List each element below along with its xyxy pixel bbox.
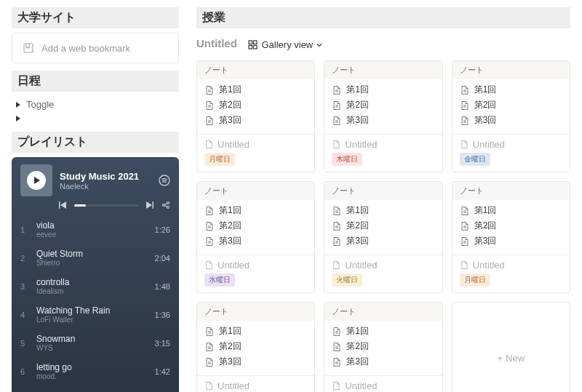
progress-bar[interactable] [74,204,138,207]
gallery-card[interactable]: ノート第1回第2回第3回Untitled金曜日 [452,60,570,172]
track-row[interactable]: 6letting gomood.1:42 [12,357,179,385]
track-row[interactable]: 2Quiet StormShierro2:04 [12,244,179,272]
share-icon[interactable] [162,201,170,209]
svg-rect-5 [249,41,252,44]
page-icon [332,236,342,247]
track-artist: LoFi Waiter [36,316,148,324]
page-icon [204,236,215,247]
playlist-title: Study Music 2021 [60,171,139,182]
new-card-button[interactable]: +New [452,302,570,392]
gallery-card[interactable]: ノート第1回第2回第3回Untitled月曜日 [196,60,315,172]
next-icon[interactable] [146,201,154,209]
note-label: 第2回 [219,220,242,232]
note-label: 第1回 [474,204,497,217]
track-duration: 3:15 [155,339,170,348]
note-line: 第2回 [332,218,434,233]
page-icon [204,342,215,352]
card-title: Untitled [332,260,434,271]
gallery-card[interactable]: ノート第1回第2回第3回Untitled水曜日 [196,181,315,293]
gallery-icon [248,40,258,49]
day-tag: 月曜日 [204,153,235,166]
note-line: 第3回 [460,233,562,249]
page-icon [460,260,469,270]
university-heading: 大学サイト [12,7,179,28]
track-title: Snowman [36,334,148,344]
track-number: 6 [20,367,29,376]
gallery-card[interactable]: ノート第1回第2回第3回Untitled月曜日 [452,181,570,293]
play-button[interactable] [27,171,46,190]
track-row[interactable]: 1violaeevee1:26 [12,215,179,244]
track-title: controlla [36,277,148,287]
track-number: 3 [20,282,29,291]
page-icon [332,327,342,337]
card-header: ノート [453,182,570,200]
page-icon [460,85,470,95]
note-line: 第3回 [204,233,307,249]
page-icon [460,221,470,231]
note-line: 第3回 [204,113,307,128]
track-title: letting go [36,362,148,372]
note-label: 第3回 [219,114,242,127]
note-line: 第2回 [204,97,307,113]
classes-heading: 授業 [196,7,570,28]
note-line: 第3回 [332,233,434,249]
gallery-card[interactable]: ノート第1回第2回第3回Untitled木曜日 [324,60,442,172]
track-row[interactable]: 5SnowmanWYS3:15 [12,329,179,357]
track-artist: mood. [36,372,148,380]
prev-icon[interactable] [58,201,67,209]
page-icon [332,140,341,149]
gallery-card[interactable]: ノート第1回第2回第3回Untitled火曜日 [324,181,442,293]
card-header: ノート [324,61,442,79]
track-row[interactable]: 3controllaIdealism1:48 [12,272,179,300]
triangle-right-icon [16,116,20,121]
card-title: Untitled [204,139,307,150]
note-line: 第3回 [460,113,562,128]
note-label: 第1回 [346,204,369,217]
plus-icon: + [498,353,503,364]
gallery-card[interactable]: ノート第1回第2回第3回Untitled木曜日 [196,302,315,392]
page-icon [204,100,215,111]
page-icon [460,100,470,111]
toggle-label: Toggle [26,99,54,110]
playlist-artist: Naeleck [60,182,139,191]
track-duration: 1:42 [155,367,170,376]
track-row[interactable]: 4Watching The RainLoFi Waiter1:36 [12,300,179,329]
note-label: 第2回 [346,220,369,232]
new-label: New [506,353,525,364]
toggle-item-empty[interactable] [12,113,179,124]
page-icon [332,342,342,352]
page-icon [204,357,215,367]
page-icon [204,140,214,149]
track-number: 2 [20,254,29,263]
gallery-card[interactable]: ノート第1回第2回第3回Untitled火曜日 [324,302,442,392]
track-row[interactable]: 7[cons]2:22 [12,385,179,392]
page-icon [332,116,342,126]
note-label: 第1回 [219,325,242,337]
view-selector[interactable]: Gallery view [248,39,322,50]
track-duration: 1:48 [155,282,170,291]
add-bookmark-button[interactable]: Add a web bookmark [12,33,179,63]
toggle-item[interactable]: Toggle [12,96,179,113]
track-number: 5 [20,339,29,348]
note-line: 第2回 [460,218,562,233]
day-tag: 木曜日 [332,153,362,166]
page-icon [460,140,469,149]
note-line: 第2回 [332,97,434,113]
note-label: 第3回 [474,235,497,247]
svg-point-2 [163,204,165,207]
page-icon [204,206,215,216]
card-header: ノート [324,303,442,321]
database-title[interactable]: Untitled [196,37,237,49]
spotify-icon[interactable] [159,175,170,186]
note-label: 第3回 [346,356,369,368]
album-cover[interactable] [20,164,52,196]
page-icon [204,116,215,126]
track-title: Quiet Storm [36,249,148,259]
note-line: 第1回 [204,324,307,339]
track-duration: 1:36 [155,311,170,319]
card-header: ノート [324,182,442,200]
spotify-embed[interactable]: Study Music 2021 Naeleck 1violaeevee1:26… [12,157,179,392]
page-icon [204,260,214,270]
day-tag: 火曜日 [332,273,362,287]
note-label: 第1回 [346,325,369,337]
